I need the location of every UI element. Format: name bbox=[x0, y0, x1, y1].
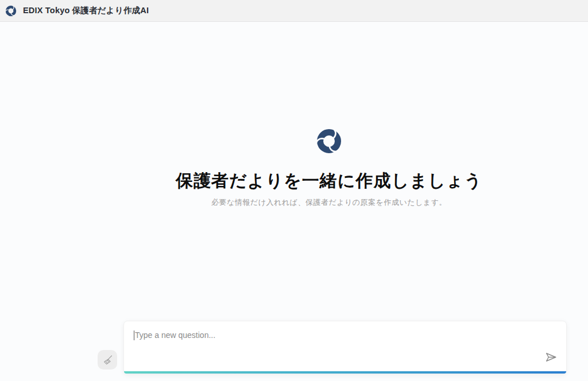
app-header: EDIX Tokyo 保護者だより作成AI bbox=[0, 0, 588, 22]
app-title: EDIX Tokyo 保護者だより作成AI bbox=[23, 5, 149, 16]
message-composer bbox=[123, 321, 567, 374]
app-logo-icon bbox=[5, 5, 17, 17]
hero-logo-icon bbox=[315, 147, 343, 157]
send-button[interactable] bbox=[543, 349, 559, 365]
broom-icon bbox=[102, 355, 113, 366]
paper-plane-icon bbox=[544, 350, 558, 364]
hero-section: 保護者だよりを一緒に作成しましょう 必要な情報だけ入れれば、保護者だよりの原案を… bbox=[42, 127, 588, 208]
text-caret bbox=[134, 331, 134, 340]
hero-subtitle: 必要な情報だけ入れれば、保護者だよりの原案を作成いたします。 bbox=[42, 197, 588, 208]
hero-title: 保護者だよりを一緒に作成しましょう bbox=[42, 170, 588, 191]
clear-chat-button[interactable] bbox=[98, 350, 117, 370]
question-input[interactable] bbox=[124, 321, 539, 370]
composer-accent-bar bbox=[124, 371, 566, 374]
